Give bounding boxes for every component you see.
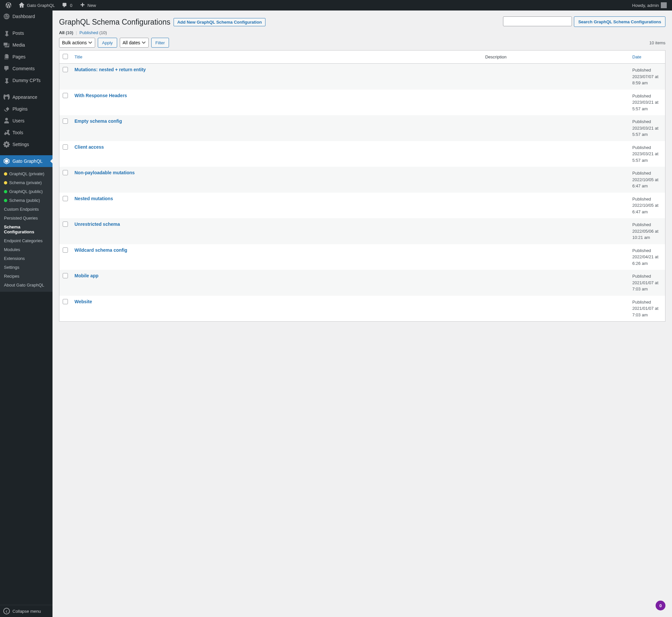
search-input[interactable] <box>503 16 572 26</box>
submenu-item[interactable]: Recipes <box>0 272 52 280</box>
row-checkbox[interactable] <box>63 119 68 124</box>
row-checkbox[interactable] <box>63 170 68 175</box>
menu-label: Gato GraphQL <box>12 159 43 164</box>
row-date: Published2022/10/05 at 6:47 am <box>632 170 662 189</box>
row-date: Published2023/03/21 at 5:57 am <box>632 119 662 138</box>
menu-item-settings[interactable]: Settings <box>0 139 52 150</box>
pin-icon <box>3 77 10 84</box>
collapse-menu-button[interactable]: Collapse menu <box>0 605 52 617</box>
table-row: Non-payloadable mutationsPublished2022/1… <box>59 167 665 193</box>
howdy-text: Howdy, admin <box>632 3 659 8</box>
select-all-checkbox[interactable] <box>63 54 68 59</box>
column-date[interactable]: Date <box>629 50 665 64</box>
comments-count: 0 <box>70 3 72 8</box>
column-title[interactable]: Title <box>71 50 482 64</box>
apply-button[interactable]: Apply <box>98 38 117 48</box>
filter-published[interactable]: Published (10) <box>79 30 107 35</box>
row-title-link[interactable]: Mutations: nested + return entity <box>74 67 146 72</box>
menu-item-users[interactable]: Users <box>0 115 52 127</box>
new-label: New <box>87 3 96 8</box>
menu-item-media[interactable]: Media <box>0 39 52 51</box>
row-date: Published2023/03/21 at 5:57 am <box>632 145 662 164</box>
submenu-item[interactable]: GraphiQL (private) <box>0 169 52 178</box>
row-date: Published2022/05/06 at 10:21 am <box>632 222 662 241</box>
status-dot <box>4 199 7 202</box>
tools-icon <box>3 129 10 136</box>
submenu-item[interactable]: Endpoint Categories <box>0 236 52 245</box>
row-checkbox[interactable] <box>63 196 68 201</box>
status-dot <box>4 190 7 193</box>
site-name-link[interactable]: Gato GraphQL <box>16 0 57 10</box>
avatar-icon <box>661 2 667 8</box>
submenu-item[interactable]: Extensions <box>0 254 52 263</box>
row-date: Published2023/03/21 at 5:57 am <box>632 93 662 112</box>
submenu-item[interactable]: Schema (private) <box>0 178 52 187</box>
add-new-button[interactable]: Add New GraphQL Schema Configuration <box>174 18 265 26</box>
menu-label: Pages <box>12 54 26 59</box>
plus-icon <box>79 2 86 9</box>
notification-badge[interactable]: 0 <box>656 601 665 610</box>
comments-link[interactable]: 0 <box>59 0 75 10</box>
menu-item-gato-graphql[interactable]: Gato GraphQL <box>0 155 52 167</box>
main-content: GraphQL Schema Configurations Add New Gr… <box>52 10 672 617</box>
row-title-link[interactable]: Empty schema config <box>74 119 122 124</box>
row-title-link[interactable]: Wildcard schema config <box>74 247 127 253</box>
row-date: Published2022/04/21 at 6:26 am <box>632 247 662 267</box>
collapse-label: Collapse menu <box>12 609 41 614</box>
row-title-link[interactable]: Non-payloadable mutations <box>74 170 135 175</box>
submenu-item[interactable]: Schema (public) <box>0 196 52 205</box>
submenu-item[interactable]: Persisted Queries <box>0 214 52 222</box>
row-title-link[interactable]: With Response Headers <box>74 93 127 98</box>
media-icon <box>3 42 10 48</box>
submenu-item[interactable]: Schema Configurations <box>0 222 52 236</box>
menu-item-dashboard[interactable]: Dashboard <box>0 10 52 22</box>
column-description: Description <box>482 50 629 64</box>
page-icon <box>3 53 10 60</box>
menu-item-plugins[interactable]: Plugins <box>0 103 52 115</box>
items-count: 10 items <box>649 40 665 45</box>
filter-all[interactable]: All (10) <box>59 30 73 35</box>
table-row: Wildcard schema configPublished2022/04/2… <box>59 244 665 270</box>
status-filters: All (10) | Published (10) <box>59 30 665 35</box>
row-checkbox[interactable] <box>63 273 68 278</box>
row-title-link[interactable]: Nested mutations <box>74 196 113 201</box>
posts-table: Title Description Date Mutations: nested… <box>59 50 665 322</box>
comment-icon <box>61 2 68 9</box>
submenu-item[interactable]: Settings <box>0 263 52 272</box>
search-button[interactable]: Search GraphQL Schema Configurations <box>574 16 665 27</box>
row-title-link[interactable]: Unrestricted schema <box>74 222 120 227</box>
menu-item-dummy-cpts[interactable]: Dummy CPTs <box>0 74 52 86</box>
menu-item-appearance[interactable]: Appearance <box>0 91 52 103</box>
row-checkbox[interactable] <box>63 145 68 150</box>
pin-icon <box>3 30 10 36</box>
site-name: Gato GraphQL <box>27 3 55 8</box>
table-row: Empty schema configPublished2023/03/21 a… <box>59 115 665 141</box>
menu-item-posts[interactable]: Posts <box>0 27 52 39</box>
table-row: Nested mutationsPublished2022/10/05 at 6… <box>59 193 665 219</box>
new-content-link[interactable]: New <box>76 0 99 10</box>
row-checkbox[interactable] <box>63 222 68 227</box>
menu-item-comments[interactable]: Comments <box>0 63 52 74</box>
filter-button[interactable]: Filter <box>151 38 169 48</box>
row-title-link[interactable]: Mobile app <box>74 273 98 278</box>
row-title-link[interactable]: Website <box>74 299 92 304</box>
menu-label: Users <box>12 118 25 124</box>
submenu-item[interactable]: Modules <box>0 245 52 254</box>
row-title-link[interactable]: Client access <box>74 145 104 150</box>
date-filter-select[interactable]: All dates <box>120 38 149 48</box>
bulk-actions-select[interactable]: Bulk actions <box>59 38 95 48</box>
submenu-item[interactable]: Custom Endpoints <box>0 205 52 214</box>
menu-item-pages[interactable]: Pages <box>0 51 52 63</box>
row-checkbox[interactable] <box>63 93 68 98</box>
row-checkbox[interactable] <box>63 247 68 253</box>
menu-item-tools[interactable]: Tools <box>0 127 52 139</box>
wp-logo[interactable] <box>3 0 14 10</box>
row-checkbox[interactable] <box>63 299 68 304</box>
submenu-item[interactable]: About Gato GraphQL <box>0 280 52 289</box>
submenu-item[interactable]: GraphiQL (public) <box>0 187 52 196</box>
table-row: WebsitePublished2021/01/07 at 7:03 am <box>59 296 665 322</box>
account-link[interactable]: Howdy, admin <box>630 0 669 10</box>
table-row: Mutations: nested + return entityPublish… <box>59 64 665 89</box>
admin-sidebar: DashboardPostsMediaPagesCommentsDummy CP… <box>0 10 52 617</box>
row-checkbox[interactable] <box>63 67 68 72</box>
